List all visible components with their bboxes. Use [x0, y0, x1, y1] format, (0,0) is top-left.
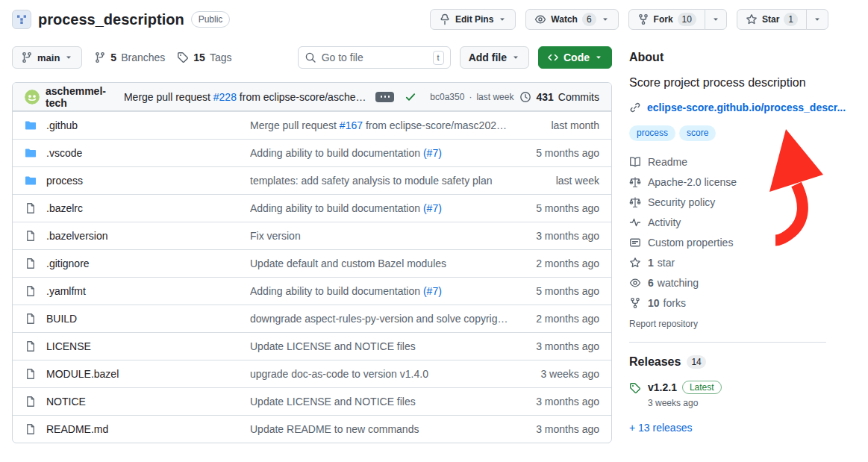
- table-row[interactable]: .yamlfmt Adding ability to build documen…: [13, 277, 611, 305]
- commit-date-cell: last week: [511, 175, 599, 187]
- table-row[interactable]: BUILD downgrade aspect-rules-py-version …: [13, 305, 611, 332]
- add-file-button[interactable]: Add file: [460, 46, 529, 69]
- search-icon: [305, 51, 316, 63]
- file-link[interactable]: MODULE.bazel: [46, 368, 119, 380]
- commit-message-cell[interactable]: Adding ability to build documentation (#…: [250, 285, 511, 297]
- commit-author-link[interactable]: aschemmel-tech: [46, 85, 118, 109]
- commit-message-cell[interactable]: Update README to new commands: [250, 423, 511, 435]
- commit-date-cell: 3 weeks ago: [511, 368, 599, 380]
- commit-hash-link[interactable]: bc0a350: [430, 92, 464, 102]
- fork-dropdown-button[interactable]: [705, 9, 727, 30]
- more-releases-link[interactable]: + 13 releases: [629, 422, 692, 434]
- message-pr-link[interactable]: (#7): [423, 202, 442, 214]
- about-title: About: [629, 51, 826, 64]
- author-avatar-image: [25, 90, 40, 104]
- tag-icon: [177, 51, 189, 63]
- message-text: Update README to new commands: [250, 423, 419, 435]
- commit-message-cell[interactable]: Update LICENSE and NOTICE files: [250, 396, 511, 408]
- commit-author-avatar[interactable]: [25, 90, 40, 104]
- table-row[interactable]: LICENSE Update LICENSE and NOTICE files …: [13, 332, 611, 360]
- topic-tag[interactable]: score: [679, 125, 716, 140]
- commit-date-cell: 3 months ago: [511, 230, 599, 242]
- commits-history-link[interactable]: 431 Commits: [519, 91, 599, 103]
- file-link[interactable]: .bazelversion: [46, 230, 108, 242]
- topic-tag[interactable]: process: [629, 125, 675, 140]
- watchers-link[interactable]: 6 watching: [629, 277, 826, 289]
- branches-link[interactable]: 5 Branches: [94, 51, 165, 63]
- message-pr-link[interactable]: (#7): [423, 147, 442, 159]
- message-text: Adding ability to build documentation: [250, 202, 423, 214]
- commit-message-cell[interactable]: templates: add safety analysis to module…: [250, 175, 511, 187]
- stars-link[interactable]: 1 star: [629, 257, 826, 269]
- history-icon: [519, 91, 531, 103]
- star-button-group: Star 1: [737, 9, 828, 30]
- table-row[interactable]: MODULE.bazel upgrade doc-as-code to vers…: [13, 360, 611, 387]
- go-to-file-box[interactable]: t: [298, 46, 451, 69]
- releases-title[interactable]: Releases: [629, 355, 681, 369]
- commit-message[interactable]: Merge pull request #228 from eclipse-sco…: [124, 91, 369, 103]
- file-link[interactable]: .vscode: [46, 147, 82, 159]
- star-dropdown-button[interactable]: [806, 9, 828, 30]
- file-link[interactable]: process: [46, 175, 83, 187]
- repo-header: process_description Public Edit Pins Wat…: [0, 0, 868, 31]
- kebab-icon[interactable]: [375, 92, 394, 102]
- file-link[interactable]: .github: [46, 119, 78, 131]
- commit-message-cell[interactable]: Fix version: [250, 230, 511, 242]
- caret-down-icon: [813, 15, 822, 24]
- add-file-label: Add file: [469, 51, 507, 63]
- commit-message-cell[interactable]: Update default and custom Bazel modules: [250, 257, 511, 269]
- repo-name[interactable]: process_description: [38, 11, 184, 28]
- commit-message-cell[interactable]: Adding ability to build documentation (#…: [250, 147, 511, 159]
- table-row[interactable]: README.md Update README to new commands …: [13, 415, 611, 443]
- commit-message-cell[interactable]: downgrade aspect-rules-py-version and so…: [250, 313, 511, 325]
- fork-button[interactable]: Fork 10: [628, 9, 705, 30]
- code-button[interactable]: Code: [538, 46, 612, 69]
- commit-message-cell[interactable]: Adding ability to build documentation (#…: [250, 202, 511, 214]
- file-link[interactable]: NOTICE: [46, 396, 86, 408]
- security-policy-link[interactable]: Security policy: [629, 196, 826, 208]
- table-row[interactable]: .vscode Adding ability to build document…: [13, 139, 611, 166]
- commit-pr-link[interactable]: #228: [213, 91, 237, 103]
- edit-pins-button[interactable]: Edit Pins: [430, 9, 516, 30]
- star-button[interactable]: Star 1: [737, 9, 807, 30]
- table-row[interactable]: process templates: add safety analysis t…: [13, 166, 611, 194]
- latest-release[interactable]: v1.2.1 Latest 3 weeks ago: [629, 381, 826, 408]
- commit-message-cell[interactable]: Update LICENSE and NOTICE files: [250, 340, 511, 352]
- star-icon: [746, 13, 758, 25]
- license-link[interactable]: Apache-2.0 license: [629, 176, 826, 188]
- file-link[interactable]: README.md: [46, 423, 108, 435]
- branch-selector[interactable]: main: [12, 46, 82, 69]
- tags-link[interactable]: 15 Tags: [177, 51, 231, 63]
- file-link[interactable]: .gitignore: [46, 257, 90, 269]
- table-row[interactable]: .gitignore Update default and custom Baz…: [13, 249, 611, 277]
- tags-count: 15: [193, 51, 205, 63]
- fork-icon: [637, 13, 649, 25]
- topics: process score: [629, 125, 826, 140]
- message-pr-link[interactable]: (#7): [423, 285, 442, 297]
- file-link[interactable]: .bazelrc: [46, 202, 83, 214]
- watch-count: 6: [582, 13, 596, 26]
- check-icon[interactable]: [405, 91, 416, 103]
- custom-properties-link[interactable]: Custom properties: [629, 237, 826, 249]
- go-to-file-input[interactable]: [322, 51, 428, 63]
- file-link[interactable]: .yamlfmt: [46, 285, 86, 297]
- commit-message-cell[interactable]: Merge pull request #167 from eclipse-sco…: [250, 119, 511, 131]
- file-link[interactable]: BUILD: [46, 313, 77, 325]
- table-row[interactable]: .bazelrc Adding ability to build documen…: [13, 194, 611, 222]
- website-link[interactable]: eclipse-score.github.io/process_descr...: [647, 102, 846, 113]
- message-pr-link[interactable]: #167: [340, 119, 363, 131]
- commit-date-cell: last month: [511, 119, 599, 131]
- activity-link[interactable]: Activity: [629, 216, 826, 228]
- file-icon: [25, 396, 37, 408]
- table-row[interactable]: .bazelversion Fix version 3 months ago: [13, 222, 611, 249]
- commit-message-cell[interactable]: upgrade doc-as-code to version v1.4.0: [250, 368, 511, 380]
- watch-button[interactable]: Watch 6: [525, 9, 618, 30]
- table-row[interactable]: NOTICE Update LICENSE and NOTICE files 3…: [13, 387, 611, 415]
- file-icon: [25, 368, 37, 380]
- forks-link[interactable]: 10 forks: [629, 297, 826, 309]
- report-repository-link[interactable]: Report repository: [629, 319, 826, 329]
- readme-link[interactable]: Readme: [629, 156, 826, 168]
- table-row[interactable]: .github Merge pull request #167 from ecl…: [13, 111, 611, 139]
- repo-avatar[interactable]: [12, 10, 31, 29]
- file-link[interactable]: LICENSE: [46, 340, 91, 352]
